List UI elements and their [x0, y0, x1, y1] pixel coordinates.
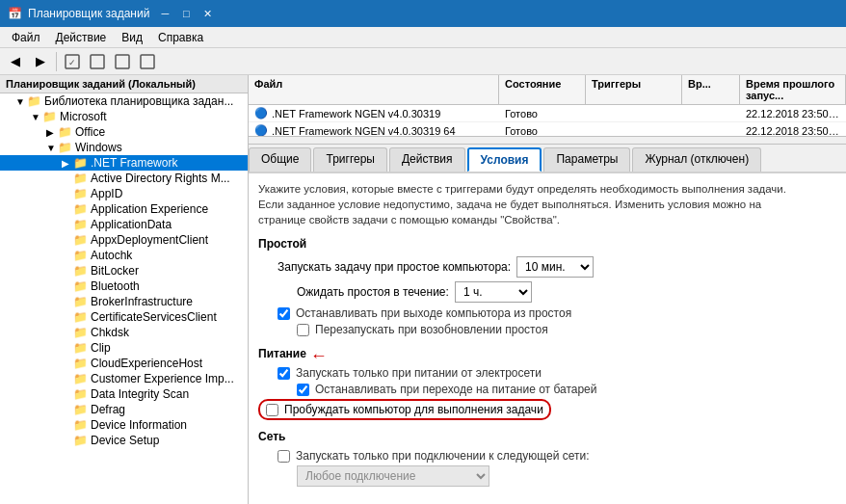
microsoft-arrow-icon: ▼ [31, 112, 42, 122]
bluetooth-folder-icon: 📁 [73, 279, 88, 293]
close-button[interactable]: ✕ [198, 4, 217, 23]
maximize-button[interactable]: □ [176, 4, 196, 23]
tree-item-datainteg[interactable]: 📁 Data Integrity Scan [0, 386, 248, 402]
menu-file[interactable]: Файл [4, 29, 48, 46]
tree-item-appexp[interactable]: 📁 Application Experience [0, 201, 248, 217]
tree-item-appexp-label: Application Experience [91, 202, 208, 216]
tree-item-appdata[interactable]: 📁 ApplicationData [0, 217, 248, 232]
toolbar-btn-4[interactable] [136, 50, 159, 73]
tree-item-office[interactable]: ▶ 📁 Office [0, 124, 248, 140]
restart-idle-checkbox[interactable] [297, 324, 309, 336]
wake-checkbox[interactable] [266, 404, 278, 416]
task-icon: 🔵 [254, 124, 268, 137]
task-status: Готово [499, 123, 586, 138]
devinfo-folder-icon: 📁 [73, 418, 88, 432]
col-header-last: Время прошлого запус... [740, 75, 846, 104]
svg-rect-4 [141, 55, 154, 68]
tree-item-windows-label: Windows [75, 141, 122, 154]
wait-select[interactable]: 1 ч. [455, 281, 532, 303]
tab-параметры[interactable]: Параметры [543, 147, 630, 172]
tree-item-cloud[interactable]: 📁 CloudExperienceHost [0, 356, 248, 371]
task-last: 22.12.2018 23:50:28 [740, 106, 846, 121]
tree-item-appxdeploy-label: AppxDeploymentClient [91, 233, 208, 247]
title-bar-controls: ─ □ ✕ [155, 4, 217, 23]
wake-row: Пробуждать компьютор для выполнения зада… [258, 399, 551, 420]
stop-idle-checkbox[interactable] [278, 307, 290, 320]
col-header-triggers: Триггеры [586, 75, 682, 104]
back-button[interactable]: ◀ [4, 50, 27, 73]
toolbar-btn-2[interactable] [86, 50, 109, 73]
tab-условия[interactable]: Условия [467, 147, 542, 172]
red-arrow-icon: ← [310, 346, 328, 366]
table-row[interactable]: 🔵 .NET Framework NGEN v4.0.30319 Готово … [249, 105, 846, 122]
tab-общие[interactable]: Общие [249, 147, 311, 172]
tree-item-chkdsk[interactable]: 📁 Chkdsk [0, 325, 248, 340]
tree-item-defrag[interactable]: 📁 Defrag [0, 402, 248, 417]
simple-section-title: Простой [258, 237, 836, 251]
svg-text:✓: ✓ [68, 58, 76, 67]
power-only-checkbox[interactable] [278, 367, 290, 380]
tab-журнал-(отключен)[interactable]: Журнал (отключен) [632, 147, 761, 172]
tree-item-office-label: Office [75, 125, 105, 139]
tab-действия[interactable]: Действия [389, 147, 465, 172]
root-folder-icon: 📁 [27, 94, 41, 108]
toolbar-btn-1[interactable]: ✓ [61, 50, 84, 73]
tree-item-bluetooth[interactable]: 📁 Bluetooth [0, 279, 248, 294]
tree-item-devinfo-label: Device Information [91, 418, 187, 432]
minimize-button[interactable]: ─ [155, 4, 174, 23]
svg-rect-3 [116, 55, 129, 68]
right-panel: Файл Состояние Триггеры Вр... Время прош… [249, 75, 846, 504]
menu-action[interactable]: Действие [48, 29, 115, 46]
tree-item-microsoft[interactable]: ▼ 📁 Microsoft [0, 109, 248, 124]
tree-item-custexp[interactable]: 📁 Customer Experience Imp... [0, 371, 248, 386]
tree-item-netframework[interactable]: ▶ 📁 .NET Framework [0, 155, 248, 171]
tree-root[interactable]: ▼ 📁 Библиотека планировщика задан... [0, 93, 248, 109]
task-icon: 🔵 [254, 107, 268, 119]
simple-section: Простой Запускать задачу при простое ком… [258, 237, 836, 336]
tree-item-devinfo[interactable]: 📁 Device Information [0, 417, 248, 433]
network-conn-row: Запускать только при подключении к следу… [258, 449, 836, 463]
defrag-folder-icon: 📁 [73, 403, 88, 416]
task-name: .NET Framework NGEN v4.0.30319 64 [272, 125, 456, 137]
network-section: Сеть Запускать только при подключении к … [258, 430, 836, 487]
appexp-folder-icon: 📁 [73, 202, 88, 216]
task-last: 22.12.2018 23:50:28 [740, 123, 846, 138]
clip-folder-icon: 📁 [73, 341, 88, 355]
tab-description: Укажите условия, которые вместе с тригге… [258, 181, 836, 227]
activedir-folder-icon: 📁 [73, 172, 88, 185]
tree-item-netframework-label: .NET Framework [91, 156, 177, 170]
menu-help[interactable]: Справка [150, 29, 211, 46]
toolbar-btn-3[interactable] [111, 50, 134, 73]
menu-view[interactable]: Вид [114, 29, 150, 46]
horizontal-scrollbar[interactable] [249, 137, 846, 144]
tree-item-cert[interactable]: 📁 CertificateServicesClient [0, 309, 248, 325]
tree-item-devsetup[interactable]: 📁 Device Setup [0, 433, 248, 448]
stop-battery-label: Останавливать при переходе на питание от… [315, 383, 597, 396]
forward-button[interactable]: ▶ [29, 50, 52, 73]
tree-item-autochk[interactable]: 📁 Autochk [0, 248, 248, 263]
idle-select[interactable]: 10 мин. [516, 256, 594, 278]
tree-item-appxdeploy[interactable]: 📁 AppxDeploymentClient [0, 232, 248, 248]
tree-item-datainteg-label: Data Integrity Scan [91, 387, 189, 401]
tree-item-bitlocker[interactable]: 📁 BitLocker [0, 263, 248, 279]
custexp-folder-icon: 📁 [73, 372, 88, 385]
tree-root-label: Библиотека планировщика задан... [44, 94, 233, 108]
tree-item-chkdsk-label: Chkdsk [91, 326, 129, 339]
tree-item-broker[interactable]: 📁 BrokerInfrastructure [0, 294, 248, 309]
col-header-status: Состояние [499, 75, 586, 104]
stop-battery-checkbox[interactable] [297, 384, 309, 396]
tree-item-clip[interactable]: 📁 Clip [0, 340, 248, 356]
tasks-list: Файл Состояние Триггеры Вр... Время прош… [249, 75, 846, 137]
col-header-vr: Вр... [682, 75, 740, 104]
tree-item-appid[interactable]: 📁 AppID [0, 186, 248, 201]
tree-item-bitlocker-label: BitLocker [91, 264, 139, 278]
tasks-header: Файл Состояние Триггеры Вр... Время прош… [249, 75, 846, 105]
appxdeploy-folder-icon: 📁 [73, 233, 88, 247]
tree-item-activedir[interactable]: 📁 Active Directory Rights M... [0, 171, 248, 186]
any-conn-select[interactable]: Любое подключение [297, 465, 489, 487]
table-row[interactable]: 🔵 .NET Framework NGEN v4.0.30319 64 Гото… [249, 122, 846, 137]
tab-триггеры[interactable]: Триггеры [313, 147, 387, 172]
tree-item-windows[interactable]: ▼ 📁 Windows [0, 140, 248, 155]
only-conn-checkbox[interactable] [278, 450, 290, 463]
tab-content: Укажите условия, которые вместе с тригге… [249, 173, 846, 504]
